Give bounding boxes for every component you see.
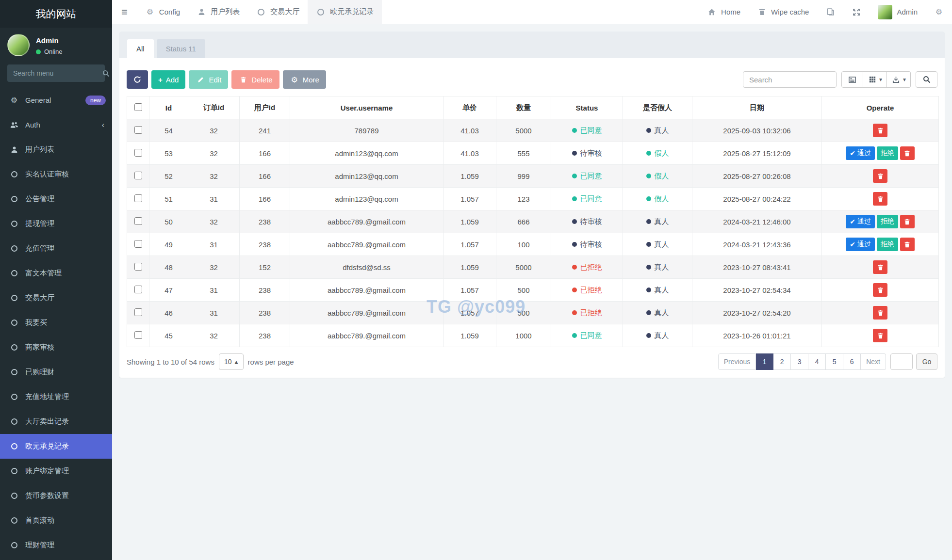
row-checkbox[interactable] <box>134 172 142 179</box>
table-row[interactable]: 5332166admin123@qq.com41.03555待审核假人2025-… <box>127 142 939 165</box>
pagination-page-1[interactable]: 1 <box>756 353 773 370</box>
edit-button[interactable]: Edit <box>189 70 228 89</box>
sidebar-item-16[interactable]: 货币参数设置 <box>0 483 112 508</box>
sidebar-item-2[interactable]: 用户列表 <box>0 137 112 162</box>
sidebar-item-15[interactable]: 账户绑定管理 <box>0 459 112 483</box>
sidebar-search-input[interactable] <box>13 69 101 77</box>
brand-title[interactable]: 我的网站 <box>0 0 112 28</box>
table-header-row: Id订单id用户idUser.username单价数量Status是否假人日期O… <box>127 96 939 119</box>
sidebar-item-7[interactable]: 富文本管理 <box>0 261 112 286</box>
row-checkbox[interactable] <box>134 240 142 248</box>
sidebar-item-10[interactable]: 商家审核 <box>0 335 112 360</box>
export-icon <box>891 76 901 83</box>
settings-button[interactable]: ⚙ <box>926 0 952 24</box>
table-row[interactable]: 4532238aabbcc789.@gmail.com1.0591000已同意真… <box>127 324 939 347</box>
fullscreen-button[interactable] <box>843 0 870 24</box>
refresh-button[interactable] <box>127 70 148 89</box>
cell-id: 47 <box>149 279 188 302</box>
sidebar-item-14[interactable]: 欧元承兑记录 <box>0 434 112 459</box>
row-delete-button[interactable] <box>873 283 887 297</box>
row-checkbox[interactable] <box>134 126 142 134</box>
row-delete-button[interactable] <box>873 124 887 137</box>
row-delete-button[interactable] <box>873 260 887 274</box>
language-button[interactable] <box>817 0 843 24</box>
table-row[interactable]: 4731238aabbcc789.@gmail.com1.057500已拒绝真人… <box>127 279 939 302</box>
home-button[interactable]: Home <box>699 0 749 24</box>
table-row[interactable]: 5032238aabbcc789.@gmail.com1.059666待审核真人… <box>127 210 939 233</box>
wipe-cache-button[interactable]: Wipe cache <box>749 0 817 24</box>
row-delete-button[interactable] <box>873 192 887 206</box>
sidebar-item-4[interactable]: 公告管理 <box>0 187 112 211</box>
search-toggle-button[interactable] <box>916 71 937 88</box>
table-row[interactable]: 4931238aabbcc789.@gmail.com1.057100待审核真人… <box>127 233 939 256</box>
sidebar-item-18[interactable]: 理财管理 <box>0 533 112 558</box>
tab-status-11[interactable]: Status 11 <box>157 39 205 58</box>
detail-view-button[interactable] <box>841 71 863 88</box>
admin-menu[interactable]: Admin <box>870 0 926 24</box>
row-checkbox[interactable] <box>134 217 142 225</box>
topnav-item-2[interactable]: 交易大厅 <box>248 0 308 24</box>
row-delete-button[interactable] <box>873 329 887 342</box>
topnav-item-3[interactable]: 欧元承兑记录 <box>308 0 382 24</box>
more-button[interactable]: ⚙ More <box>283 70 326 89</box>
row-delete-button[interactable] <box>900 215 915 228</box>
topnav-item-1[interactable]: 用户列表 <box>188 0 248 24</box>
add-button[interactable]: + Add <box>151 70 185 89</box>
approve-button[interactable]: ✔通过 <box>846 146 875 160</box>
sidebar-item-9[interactable]: 我要买 <box>0 310 112 335</box>
pagination-page-5[interactable]: 5 <box>826 353 843 370</box>
cell-fake: 真人 <box>623 302 692 324</box>
table-search-input[interactable] <box>743 71 837 88</box>
avatar[interactable] <box>7 34 30 56</box>
sidebar-item-17[interactable]: 首页滚动 <box>0 508 112 533</box>
hamburger-icon[interactable]: ≡ <box>112 0 137 24</box>
row-checkbox[interactable] <box>134 308 142 316</box>
pagination-page-2[interactable]: 2 <box>773 353 791 370</box>
sidebar-item-5[interactable]: 提现管理 <box>0 211 112 236</box>
page-jump-input[interactable] <box>890 353 913 370</box>
table-row[interactable]: 4832152dfdsfsd@sd.ss1.0595000已拒绝真人2023-1… <box>127 256 939 279</box>
approve-button[interactable]: ✔通过 <box>846 215 875 228</box>
sidebar-item-label: 充值管理 <box>25 244 54 253</box>
reject-button[interactable]: 拒绝 <box>877 146 898 160</box>
row-checkbox[interactable] <box>134 331 142 339</box>
sidebar-item-12[interactable]: 充值地址管理 <box>0 384 112 409</box>
sidebar-item-6[interactable]: 充值管理 <box>0 236 112 261</box>
row-checkbox[interactable] <box>134 149 142 157</box>
pagination-page-3[interactable]: 3 <box>791 353 808 370</box>
pagination-next[interactable]: Next <box>861 353 886 370</box>
table-row[interactable]: 5131166admin123@qq.com1.057123已同意假人2025-… <box>127 188 939 210</box>
row-delete-button[interactable] <box>900 146 915 160</box>
sidebar-item-11[interactable]: 已购理财 <box>0 360 112 384</box>
sidebar-item-1[interactable]: Auth‹ <box>0 112 112 137</box>
topnav-item-0[interactable]: ⚙Config <box>137 0 188 24</box>
select-all-checkbox[interactable] <box>134 103 142 111</box>
table-row[interactable]: 4631238aabbcc789.@gmail.com1.057500已拒绝真人… <box>127 302 939 324</box>
page-size-dropdown[interactable]: 10 ▴ <box>219 353 244 370</box>
go-button[interactable]: Go <box>916 353 937 370</box>
row-checkbox[interactable] <box>134 263 142 271</box>
pagination-page-4[interactable]: 4 <box>808 353 826 370</box>
rows-per-page-label: rows per page <box>248 358 294 366</box>
tab-all[interactable]: All <box>127 39 154 58</box>
approve-button[interactable]: ✔通过 <box>846 238 875 251</box>
row-delete-button[interactable] <box>900 238 915 251</box>
row-delete-button[interactable] <box>873 169 887 183</box>
row-checkbox[interactable] <box>134 194 142 202</box>
status-dot-icon <box>572 310 577 315</box>
sidebar-item-0[interactable]: ⚙Generalnew <box>0 88 112 112</box>
sidebar-item-8[interactable]: 交易大厅 <box>0 286 112 310</box>
pagination-page-6[interactable]: 6 <box>843 353 861 370</box>
table-row[interactable]: 5232166admin123@qq.com1.059999已同意假人2025-… <box>127 165 939 188</box>
sidebar-item-3[interactable]: 实名认证审核 <box>0 162 112 187</box>
columns-button[interactable]: ▾ <box>863 71 887 88</box>
delete-button[interactable]: Delete <box>231 70 279 89</box>
pagination-previous[interactable]: Previous <box>718 353 756 370</box>
reject-button[interactable]: 拒绝 <box>877 215 898 228</box>
row-checkbox[interactable] <box>134 286 142 293</box>
table-row[interactable]: 543224178978941.035000已同意真人2025-09-03 10… <box>127 119 939 142</box>
sidebar-item-13[interactable]: 大厅卖出记录 <box>0 409 112 434</box>
reject-button[interactable]: 拒绝 <box>877 238 898 251</box>
row-delete-button[interactable] <box>873 306 887 320</box>
export-button[interactable]: ▾ <box>887 71 911 88</box>
